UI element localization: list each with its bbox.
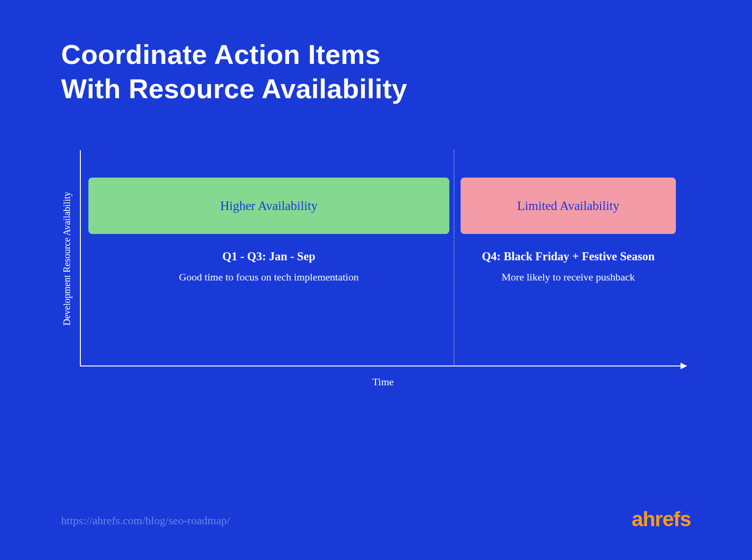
caption-right-sub: More likely to receive pushback — [461, 270, 676, 285]
bar-limited-availability: Limited Availability — [461, 178, 676, 234]
title-line-2: With Resource Availability — [61, 72, 407, 106]
page-title: Coordinate Action Items With Resource Av… — [61, 38, 407, 106]
y-axis-label-container: Development Resource Availability — [60, 150, 74, 366]
caption-left: Q1 - Q3: Jan - Sep Good time to focus on… — [88, 249, 449, 284]
x-axis-arrow-icon — [681, 363, 687, 369]
caption-left-title: Q1 - Q3: Jan - Sep — [88, 249, 449, 264]
caption-right-title: Q4: Black Friday + Festive Season — [461, 249, 676, 264]
x-axis-label: Time — [80, 376, 686, 388]
period-divider — [454, 150, 454, 366]
caption-left-sub: Good time to focus on tech implementatio… — [88, 270, 449, 285]
bar-higher-availability: Higher Availability — [88, 178, 449, 234]
title-line-1: Coordinate Action Items — [61, 38, 407, 72]
chart-area: Higher Availability Limited Availability… — [80, 150, 686, 366]
caption-right: Q4: Black Friday + Festive Season More l… — [461, 249, 676, 284]
x-axis-line — [80, 366, 686, 366]
y-axis-line — [80, 150, 81, 366]
bar-right-label: Limited Availability — [517, 199, 619, 213]
y-axis-label: Development Resource Availability — [62, 191, 73, 325]
footer-url: https://ahrefs.com/blog/seo-roadmap/ — [61, 514, 230, 527]
ahrefs-logo: ahrefs — [632, 507, 691, 531]
bar-left-label: Higher Availability — [220, 199, 317, 213]
